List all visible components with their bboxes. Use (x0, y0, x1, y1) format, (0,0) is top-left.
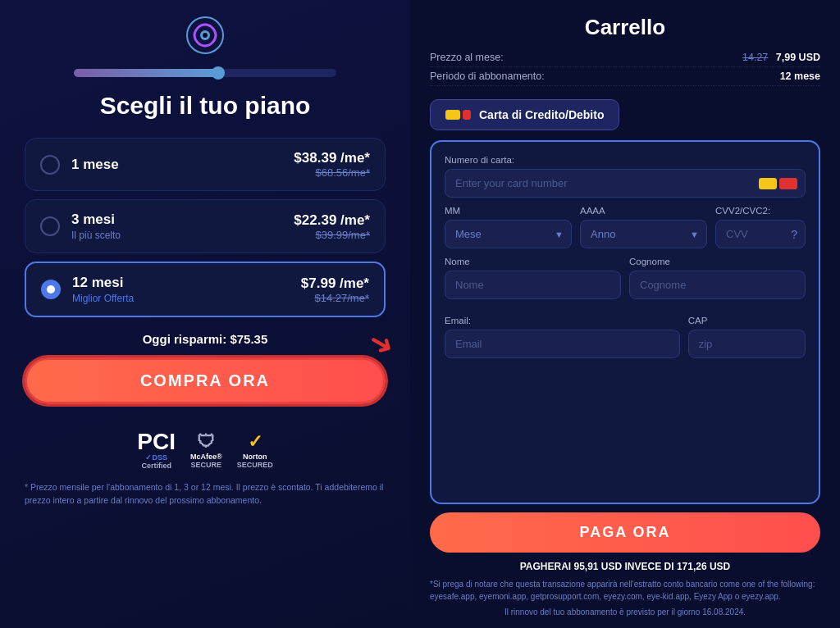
cart-summary: Prezzo al mese: 14.27 7,99 USD Periodo d… (430, 52, 820, 89)
zip-label: CAP (688, 316, 806, 325)
plan-radio-3mesi[interactable] (40, 216, 60, 236)
left-panel: Scegli il tuo piano 1 mese $38.39 /me* $… (0, 0, 410, 628)
name-row: Nome Cognome (445, 257, 806, 299)
new-price-value: 7,99 USD (776, 52, 820, 63)
period-value: 12 mese (780, 71, 820, 82)
plan-name-3mesi: 3 mesi (71, 212, 294, 228)
first-name-input[interactable] (445, 271, 621, 299)
trust-badge-norton: ✓ Norton SECURED (237, 431, 273, 469)
card-stripe-icon (463, 110, 471, 120)
cart-row-price: Prezzo al mese: 14.27 7,99 USD (430, 52, 820, 67)
cart-title: Carrello (430, 15, 820, 40)
plan-price-3mesi: $22.39 /me* (294, 212, 370, 229)
plan-title: Scegli il tuo piano (100, 92, 311, 120)
logo-container (186, 16, 224, 54)
right-panel: Carrello Prezzo al mese: 14.27 7,99 USD … (410, 0, 840, 628)
pci-dss-label: ✓DSS (145, 453, 167, 462)
plan-old-price-12mesi: $14.27/me* (301, 292, 369, 304)
plan-subtitle-3mesi: Il più scelto (71, 230, 294, 241)
plan-card-1mese[interactable]: 1 mese $38.39 /me* $68.56/me* (25, 138, 386, 191)
price-value: 14.27 7,99 USD (742, 52, 820, 63)
svg-point-2 (203, 33, 208, 38)
card-number-label: Numero di carta: (445, 155, 806, 165)
zip-input[interactable] (688, 330, 806, 358)
mcafee-label: McAfee® (190, 453, 222, 461)
cart-row-period: Periodo di abbonamento: 12 mese (430, 71, 820, 86)
trust-badge-mcafee: 🛡 McAfee® SECURE (190, 431, 222, 469)
plan-old-price-3mesi: $39.99/me* (294, 229, 370, 241)
pci-certified-label: Certified (141, 462, 171, 470)
card-chip-icon (445, 110, 460, 120)
plans-container: 1 mese $38.39 /me* $68.56/me* 3 mesi Il … (25, 138, 386, 317)
year-select[interactable]: Anno 2024202520262027 202820292030 (580, 220, 707, 248)
trust-badge-pci: PCI ✓DSS Certified (137, 430, 176, 470)
card-number-row (445, 169, 806, 198)
card-icons (445, 110, 471, 120)
plan-old-price-1mese: $68.56/me* (294, 166, 370, 179)
total-text: PAGHERAI 95,91 USD INVECE DI 171,26 USD (430, 561, 820, 572)
cvv-help-icon[interactable]: ? (791, 228, 797, 241)
card-icons-inline (759, 178, 797, 189)
plan-card-3mesi[interactable]: 3 mesi Il più scelto $22.39 /me* $39.99/… (25, 199, 386, 253)
month-select[interactable]: Mese 01020304 05060708 09101112 (445, 220, 572, 248)
last-name-input[interactable] (629, 271, 806, 299)
renewal-text: Il rinnovo del tuo abbonamento è previst… (430, 608, 820, 617)
progress-bar (74, 69, 336, 77)
savings-text: Oggi risparmi: $75.35 (143, 332, 268, 346)
mini-card-red (779, 178, 797, 189)
price-label: Prezzo al mese: (430, 52, 504, 63)
plan-subtitle-12mesi: Miglior Offerta (72, 293, 301, 304)
email-label: Email: (445, 316, 680, 325)
last-name-label: Cognome (629, 257, 806, 266)
mcafee-icon: 🛡 (197, 431, 215, 453)
cvv-label: CVV2/CVC2: (715, 206, 806, 216)
plan-name-1mese: 1 mese (71, 157, 294, 173)
norton-secured-label: SECURED (237, 461, 273, 469)
plan-name-12mesi: 12 mesi (72, 275, 301, 291)
eyezy-logo-icon (186, 16, 224, 54)
period-label: Periodo di abbonamento: (430, 71, 545, 82)
card-number-input[interactable] (445, 169, 806, 198)
expiry-cvv-row: MM Mese 01020304 05060708 09101112 ▼ AAA… (445, 206, 806, 248)
norton-icon: ✓ (248, 431, 262, 453)
plan-radio-12mesi[interactable] (41, 280, 61, 299)
mcafee-secure-label: SECURE (191, 461, 222, 469)
old-price-value: 14.27 (742, 52, 768, 63)
email-zip-row: Email: CAP (445, 316, 806, 358)
year-label: AAAA (580, 206, 707, 216)
buy-button[interactable]: COMPRA ORA (25, 357, 386, 404)
progress-fill (74, 69, 218, 77)
progress-dot (212, 66, 225, 80)
plan-price-1mese: $38.39 /me* (294, 150, 370, 166)
payment-method-button[interactable]: Carta di Credito/Debito (430, 99, 619, 130)
month-label: MM (445, 206, 572, 216)
first-name-label: Nome (445, 257, 621, 266)
plan-card-12mesi[interactable]: 12 mesi Miglior Offerta $7.99 /me* $14.2… (25, 262, 386, 317)
email-input[interactable] (445, 330, 680, 358)
footnote: * Prezzo mensile per l'abbonamento di 1,… (25, 481, 386, 507)
payment-method-label: Carta di Credito/Debito (479, 108, 604, 121)
trust-badges: PCI ✓DSS Certified 🛡 McAfee® SECURE ✓ No… (137, 430, 272, 470)
plan-price-12mesi: $7.99 /me* (301, 275, 369, 292)
disclaimer-text: *Si prega di notare che questa transazio… (430, 579, 820, 603)
norton-label: Norton (243, 453, 267, 461)
plan-radio-1mese[interactable] (40, 155, 60, 175)
mini-card-yellow (759, 178, 777, 189)
payment-form: Numero di carta: MM Mese 01020304 050607… (430, 140, 820, 504)
pay-button[interactable]: PAGA ORA (430, 512, 820, 553)
